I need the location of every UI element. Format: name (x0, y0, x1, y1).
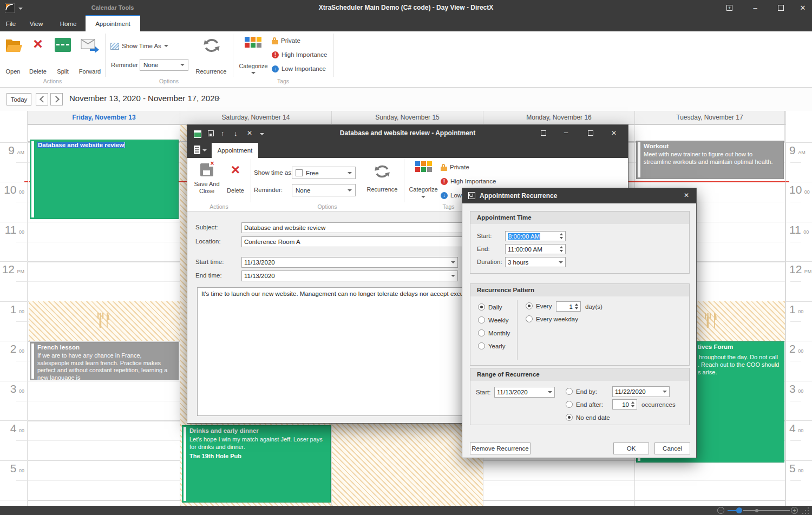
end-time-input[interactable]: 11/13/2020 (241, 270, 458, 281)
start-time-spinner[interactable]: 8:00:00 AM (505, 231, 566, 241)
end-time-spinner[interactable]: 11:00:00 AM (505, 244, 566, 254)
save-and-close-button[interactable]: × Save AndClose (193, 160, 221, 202)
radio-every-weekday[interactable]: Every weekday (526, 315, 578, 322)
close-icon[interactable]: ✕ (611, 129, 617, 137)
backstage-icon[interactable] (194, 146, 200, 154)
radio-no-end-date[interactable]: No end date (566, 414, 610, 421)
radio-daily[interactable]: Daily (478, 303, 502, 311)
subject-label: Subject: (195, 224, 218, 230)
tab-home[interactable]: Home (53, 16, 83, 31)
split-button[interactable]: Split (51, 34, 75, 76)
low-importance-button[interactable]: ↓ Low Importance (272, 64, 326, 73)
zoom-slider-track[interactable] (743, 510, 790, 511)
event-workout[interactable]: Workout Meet with new trainer to figure … (636, 141, 784, 179)
tab-file[interactable]: File (0, 16, 22, 31)
reminder-combobox[interactable]: None (140, 59, 188, 71)
recurrence-arrows-icon (202, 36, 221, 55)
date-range-label[interactable]: November 13, 2020 - November 17, 2020 (69, 94, 219, 103)
minimize-icon[interactable]: – (564, 128, 568, 136)
backstage-chevron-icon[interactable] (202, 149, 207, 151)
dialog-delete-button[interactable]: × Delete (224, 160, 247, 202)
date-range-chevron-icon[interactable] (216, 98, 220, 100)
range-start-combobox[interactable]: 11/13/2020 (494, 387, 555, 398)
event-body: . Reach out to the COO should (698, 361, 779, 369)
dialog-categorize-button[interactable]: Categorize (407, 159, 440, 202)
prev-button[interactable] (36, 93, 48, 105)
every-days-spinner[interactable]: 1 (556, 301, 581, 312)
cancel-button[interactable]: Cancel (654, 443, 690, 454)
spin-buttons[interactable] (631, 401, 634, 407)
ok-button[interactable]: OK (613, 443, 649, 454)
spin-buttons[interactable] (560, 246, 563, 252)
chevron-down-icon (451, 275, 455, 277)
current-time-tick (24, 181, 28, 182)
chevron-down-icon (251, 72, 256, 74)
high-importance-button[interactable]: ! High Importance (272, 50, 327, 59)
maximize-button[interactable] (772, 2, 789, 14)
private-button[interactable]: Private (272, 36, 300, 45)
recurrence-arrows-icon (373, 162, 391, 181)
day-header-tuesday[interactable]: Tuesday, November 17 (635, 111, 785, 124)
split-icon (55, 38, 71, 52)
tab-appointment[interactable]: Appointment (86, 16, 140, 31)
lock-icon (272, 37, 278, 44)
radio-every-n-days[interactable]: Every (526, 302, 552, 309)
event-database-website-review[interactable]: Database and website review (30, 140, 179, 219)
allday-area-tuesday[interactable] (635, 125, 785, 142)
radio-monthly[interactable]: Monthly (478, 329, 510, 336)
end-by-combobox[interactable]: 11/22/2020 (612, 386, 670, 397)
tab-view[interactable]: View (24, 16, 49, 31)
occurrences-spinner[interactable]: 10 (612, 399, 637, 410)
duration-label: Duration: (477, 259, 502, 265)
dialog-recurrence-button[interactable]: Recurrence (362, 159, 403, 202)
dialog-low-importance-button[interactable]: ↓ Low (441, 191, 462, 200)
close-icon[interactable]: ✕ (684, 192, 689, 199)
recurrence-button[interactable]: Recurrence (194, 34, 228, 76)
zoom-slider-thumb[interactable] (736, 507, 742, 513)
zoom-out-icon[interactable]: – (717, 507, 724, 514)
categorize-button[interactable]: Categorize (236, 34, 271, 76)
duration-combobox[interactable]: 3 hours (505, 257, 566, 267)
show-time-as-combobox[interactable]: Free (292, 167, 356, 179)
day-header-saturday[interactable]: Saturday, November 14 (180, 111, 332, 124)
low-importance-icon: ↓ (272, 65, 279, 72)
chevron-down-icon (348, 172, 352, 174)
app-window: XtraScheduler Main Demo (C# code) - Day … (0, 0, 812, 515)
delete-button[interactable]: × Delete (26, 34, 50, 76)
dialog-private-button[interactable]: Private (441, 163, 469, 171)
radio-end-after[interactable]: End after: (566, 401, 603, 408)
event-french-lesson[interactable]: French lesson If we are to have any chan… (30, 342, 179, 380)
next-button[interactable] (50, 93, 63, 105)
start-time-input[interactable]: 11/13/2020 (241, 257, 458, 268)
new-window-icon[interactable]: + (721, 2, 737, 14)
spin-buttons[interactable] (575, 303, 578, 309)
open-button[interactable]: Open (1, 34, 25, 76)
event-title[interactable]: Database and website review (37, 142, 125, 148)
radio-yearly[interactable]: Yearly (478, 342, 506, 349)
categorize-colors-icon (245, 37, 261, 48)
close-button[interactable]: ✕ (795, 2, 811, 14)
maximize-icon[interactable] (588, 130, 593, 136)
dialog-reminder-label: Reminder: (254, 187, 283, 193)
main-titlebar: XtraScheduler Main Demo (C# code) - Day … (0, 0, 812, 16)
dialog-reminder-combobox[interactable]: None (292, 184, 356, 196)
day-header-monday[interactable]: Monday, November 16 (483, 111, 635, 124)
day-header-friday[interactable]: Friday, November 13 (28, 111, 180, 124)
minimize-button[interactable]: – (747, 2, 763, 14)
event-drinks-early-dinner[interactable]: Drinks and early dinner Let's hope I win… (182, 425, 331, 503)
remove-recurrence-button[interactable]: Remove Recurrence (470, 443, 531, 454)
spin-buttons[interactable] (560, 233, 563, 239)
expand-icon[interactable] (541, 130, 546, 136)
recurrence-dialog-titlebar: Appointment Recurrence ✕ (462, 188, 696, 203)
radio-weekly[interactable]: Weekly (478, 316, 509, 323)
show-time-as-button[interactable]: Show Time As (110, 42, 168, 50)
day-header-sunday[interactable]: Sunday, November 15 (332, 111, 483, 124)
chevron-down-icon (559, 261, 563, 263)
today-button[interactable]: Today (6, 93, 31, 105)
forward-button[interactable]: Forward (76, 34, 104, 76)
zoom-in-icon[interactable]: + (791, 507, 798, 514)
dialog-high-importance-button[interactable]: ! High Importance (441, 177, 496, 186)
appointment-dialog-tab[interactable]: Appointment (212, 143, 258, 158)
radio-end-by[interactable]: End by: (566, 388, 597, 395)
resize-grip[interactable] (802, 507, 809, 514)
